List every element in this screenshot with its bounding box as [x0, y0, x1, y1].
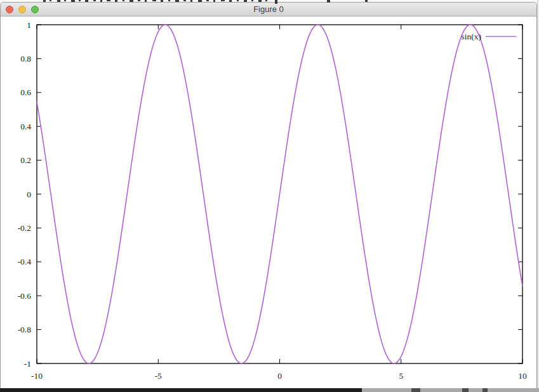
y-tick-label: 0.8 [20, 54, 31, 63]
plot-canvas: -10-50510-1-0.8-0.6-0.4-0.200.20.40.60.8… [1, 16, 536, 388]
y-tick-label: 0.4 [20, 122, 31, 131]
window-titlebar[interactable]: Figure 0 [1, 3, 536, 16]
y-tick-label: -1 [24, 359, 31, 369]
background-glyph-fragment [237, 0, 239, 1]
background-glyph-fragment [206, 0, 209, 1]
y-tick-label: 1 [27, 20, 31, 30]
background-glyph-fragment [50, 0, 51, 1]
background-glyph-fragment [64, 0, 66, 1]
background-glyph-fragment [93, 0, 96, 1]
background-glyph-fragment [138, 0, 140, 1]
background-glyph-fragment [79, 0, 81, 1]
y-tick-label: -0.6 [18, 291, 32, 301]
screen: Figure 0 -10-50510-1-0.8-0.6-0.4-0.200.2… [0, 0, 539, 392]
x-tick-label: -10 [31, 371, 43, 381]
background-bar-notch [482, 388, 488, 392]
x-tick-label: -5 [155, 371, 162, 381]
background-glyph-fragment [265, 0, 267, 1]
sin-curve [37, 25, 522, 363]
y-tick-label: 0 [27, 190, 31, 199]
background-glyph-fragment [221, 0, 225, 1]
x-tick-label: 10 [518, 371, 527, 381]
y-tick-label: -0.4 [18, 257, 32, 266]
sin-plot: -10-50510-1-0.8-0.6-0.4-0.200.20.40.60.8… [1, 16, 536, 388]
background-glyph-fragment [152, 0, 156, 1]
background-bar-notch [462, 388, 469, 392]
background-bar-notch [411, 388, 420, 392]
y-tick-label: 0.2 [20, 155, 31, 165]
background-glyph-fragment [107, 0, 110, 1]
x-tick-label: 0 [277, 371, 282, 381]
background-glyph-fragment [168, 0, 170, 1]
y-tick-label: -0.8 [18, 325, 32, 334]
window-title: Figure 0 [1, 3, 536, 16]
legend-label: sin(x) [462, 32, 482, 41]
background-window-bottom [0, 388, 539, 392]
background-glyph-fragment [251, 0, 253, 1]
gnuplot-figure-window: Figure 0 -10-50510-1-0.8-0.6-0.4-0.200.2… [0, 2, 537, 388]
background-dark-bar [0, 388, 362, 392]
x-tick-label: 5 [399, 371, 403, 381]
y-tick-label: 0.6 [20, 88, 31, 97]
background-glyph-fragment [183, 0, 186, 1]
y-tick-label: -0.2 [18, 223, 31, 233]
background-glyph-fragment [123, 0, 124, 1]
